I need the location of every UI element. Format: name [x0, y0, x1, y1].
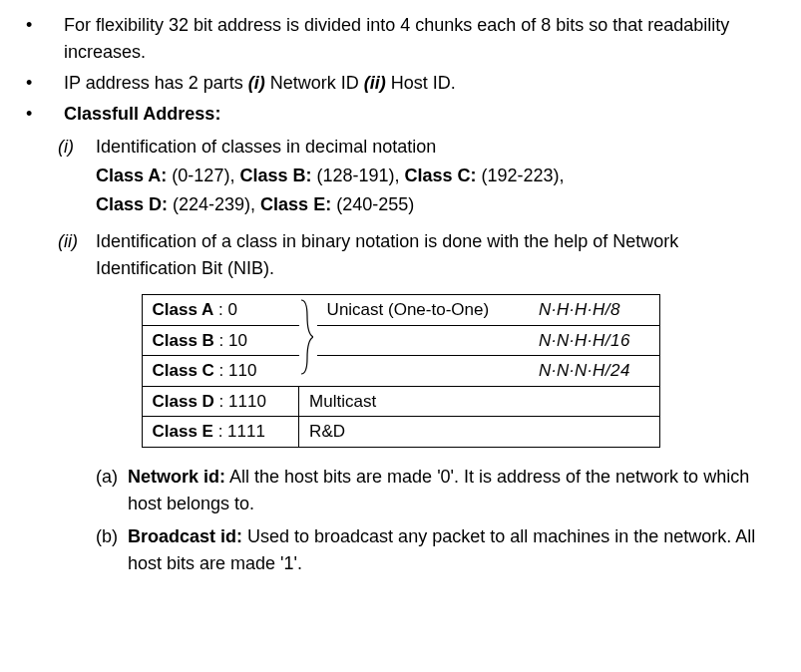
type-cell: Multicast — [299, 386, 659, 417]
class-range: (192-223), — [477, 166, 565, 185]
bullet-text-heading: Classfull Address: — [64, 101, 781, 128]
class-ranges-line: Class A: (0-127), Class B: (128-191), Cl… — [96, 163, 781, 189]
roman-text: Identification of a class in binary nota… — [96, 228, 781, 282]
class-label: Class E: — [260, 194, 331, 214]
roman-text: Identification of classes in decimal not… — [96, 134, 781, 161]
type-cell — [317, 356, 529, 387]
alpha-text: Network id: All the host bits are made '… — [128, 464, 781, 517]
table-row: Class E : 1111 R&D — [142, 417, 659, 448]
bullet-item: • For flexibility 32 bit address is divi… — [20, 12, 781, 66]
text: Host ID. — [386, 73, 456, 93]
class-cell: Class D : 1110 — [142, 386, 299, 417]
class-label: Class D: — [96, 194, 168, 214]
class-range: (240-255) — [331, 194, 414, 214]
bullet-text: For flexibility 32 bit address is divide… — [64, 12, 781, 66]
table-row: Class A : 0 Unicast (One-to-One) N·H·H·H… — [142, 295, 659, 326]
roman-item: (ii) Identification of a class in binary… — [58, 228, 781, 282]
table-row: Class B : 10 N·N·H·H/16 — [142, 325, 659, 356]
bullet-text: IP address has 2 parts (i) Network ID (i… — [64, 70, 781, 97]
class-label: Class C: — [404, 166, 476, 185]
type-cell — [317, 325, 529, 356]
class-table: Class A : 0 Unicast (One-to-One) N·H·H·H… — [142, 294, 660, 448]
mask-cell: N·N·H·H/16 — [529, 325, 659, 356]
table-row: Class C : 110 N·N·N·H/24 — [142, 356, 659, 387]
alpha-item: (a) Network id: All the host bits are ma… — [96, 464, 781, 517]
bullet-marker: • — [20, 70, 64, 97]
alpha-label: Broadcast id: — [128, 526, 242, 546]
bullet-item: • IP address has 2 parts (i) Network ID … — [20, 70, 781, 97]
type-cell: Unicast (One-to-One) — [317, 295, 529, 326]
class-ranges-line: Class D: (224-239), Class E: (240-255) — [96, 191, 781, 218]
text: IP address has 2 parts — [64, 73, 248, 93]
text: Network ID — [265, 73, 364, 93]
class-cell: Class C : 110 — [142, 356, 299, 387]
alpha-item: (b) Broadcast id: Used to broadcast any … — [96, 523, 781, 577]
roman-inline: (i) — [248, 73, 265, 93]
mask-cell: N·N·N·H/24 — [529, 356, 659, 387]
alpha-label: Network id: — [128, 467, 225, 487]
class-label: Class A: — [96, 166, 167, 185]
table-row: Class D : 1110 Multicast — [142, 386, 659, 417]
bullet-item: • Classfull Address: — [20, 101, 781, 128]
class-range: (128-191), — [311, 166, 404, 185]
mask-cell: N·H·H·H/8 — [529, 295, 659, 326]
bullet-marker: • — [20, 101, 64, 128]
class-label: Class B: — [239, 166, 311, 185]
class-cell: Class E : 1111 — [142, 417, 299, 448]
roman-marker: (ii) — [58, 228, 96, 282]
class-range: (224-239), — [168, 194, 260, 214]
type-cell: R&D — [299, 417, 659, 448]
bullet-marker: • — [20, 12, 64, 66]
alpha-text: Broadcast id: Used to broadcast any pack… — [128, 523, 781, 577]
class-cell: Class B : 10 — [142, 325, 299, 356]
class-range: (0-127), — [167, 166, 239, 185]
roman-item: (i) Identification of classes in decimal… — [58, 134, 781, 161]
alpha-marker: (b) — [96, 523, 128, 577]
roman-inline: (ii) — [364, 73, 386, 93]
roman-marker: (i) — [58, 134, 96, 161]
alpha-marker: (a) — [96, 464, 128, 517]
class-cell: Class A : 0 — [142, 295, 299, 326]
curly-brace-icon — [299, 298, 313, 376]
brace-cell — [299, 295, 317, 387]
